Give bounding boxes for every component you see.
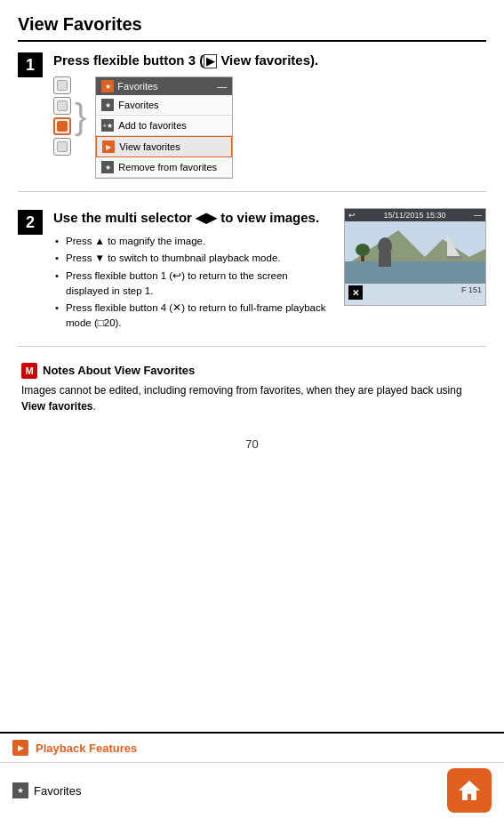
menu-item-label-add: Add to favorites — [118, 120, 186, 131]
menu-dots: — — [474, 211, 482, 220]
menu-item-label-view: View favorites — [119, 141, 180, 152]
step-2-inner: Use the multi selector ◀▶ to view images… — [53, 208, 486, 333]
footer-fav-icon: ★ — [12, 782, 28, 798]
menu-collapse-icon: — — [217, 81, 227, 92]
step-1-text-prefix: Press flexible button 3 ( — [53, 52, 204, 68]
notes-view-favorites-bold: View favorites — [21, 400, 92, 413]
img-scene — [345, 221, 485, 284]
notes-title: M Notes About View Favorites — [21, 363, 483, 379]
menu-header-label: Favorites — [117, 81, 157, 92]
menu-item-label-remove: Remove from favorites — [118, 162, 217, 172]
bullet-1: Press ▲ to magnify the image. — [53, 234, 333, 249]
page-container: View Favorites 1 Press flexible button 3… — [0, 0, 504, 818]
step-2-prefix: Use the multi selector — [53, 210, 196, 225]
home-button[interactable] — [447, 768, 492, 813]
menu-item-remove-favorites[interactable]: ★ Remove from favorites — [96, 157, 232, 178]
step-1-illustration: } ★ Favorites — ★ Favorites — [53, 76, 486, 179]
playback-image: ↩ 15/11/2015 15:30 — — [344, 208, 486, 306]
footer: ▶ Playback Features ★ Favorites — [0, 732, 504, 818]
page-title: View Favorites — [18, 14, 486, 42]
step-2-section: 2 Use the multi selector ◀▶ to view imag… — [18, 208, 486, 347]
step-2-suffix: to view images. — [217, 210, 319, 225]
img-topbar: ↩ 15/11/2015 15:30 — — [345, 209, 485, 221]
favorites-header-icon: ★ — [101, 80, 114, 92]
menu-panel: ★ Favorites — ★ Favorites +★ Add to favo… — [95, 76, 233, 179]
back-arrow-icon: ↩ — [348, 211, 356, 220]
view-favorites-highlight: View favorites — [220, 52, 310, 68]
notes-body-end: . — [92, 400, 95, 413]
notes-body: Images cannot be edited, including remov… — [21, 382, 483, 414]
notes-icon: M — [21, 363, 37, 379]
menu-item-favorites[interactable]: ★ Favorites — [96, 95, 232, 116]
menu-remove-icon: ★ — [101, 161, 114, 173]
cam-btn-4 — [53, 138, 71, 156]
notes-title-text: Notes About View Favorites — [43, 364, 195, 377]
camera-panel: } — [53, 76, 90, 156]
cam-btn-3-active — [53, 117, 71, 135]
frame-count: F 151 — [461, 285, 482, 294]
step-1-close-paren: ). — [310, 52, 318, 68]
footer-top[interactable]: ▶ Playback Features — [0, 734, 504, 763]
cam-btn-1 — [53, 76, 71, 94]
footer-playback-icon: ▶ — [12, 740, 28, 756]
svg-rect-6 — [379, 253, 391, 267]
menu-fav-icon: ★ — [101, 99, 114, 111]
timestamp: 15/11/2015 15:30 — [383, 211, 445, 220]
x-close-icon: ✕ — [348, 285, 363, 300]
footer-favorites[interactable]: ★ Favorites — [12, 782, 81, 798]
svg-point-8 — [356, 244, 370, 256]
flex-btn-icon: ▶ — [204, 54, 217, 68]
page-number: 70 — [18, 429, 486, 460]
notes-body-text: Images cannot be edited, including remov… — [21, 384, 462, 397]
menu-add-icon: +★ — [101, 119, 114, 132]
img-bottombar: ✕ F 151 — [345, 284, 485, 296]
cam-btn-2 — [53, 97, 71, 115]
notes-section: M Notes About View Favorites Images cann… — [18, 363, 486, 414]
step-2-number: 2 — [18, 210, 43, 235]
main-content: View Favorites 1 Press flexible button 3… — [0, 0, 504, 732]
step-1-section: 1 Press flexible button 3 (▶ View favori… — [18, 51, 486, 192]
direction-arrows: ◀▶ — [196, 210, 217, 225]
svg-rect-4 — [446, 256, 462, 259]
step-1-instruction: Press flexible button 3 (▶ View favorite… — [53, 51, 486, 69]
bullet-list: Press ▲ to magnify the image. Press ▼ to… — [53, 234, 333, 332]
bullet-2: Press ▼ to switch to thumbnail playback … — [53, 251, 333, 266]
bracket-icon: } — [75, 99, 86, 134]
footer-favorites-label: Favorites — [34, 784, 81, 798]
svg-marker-9 — [459, 781, 480, 800]
bullet-3: Press flexible button 1 (↩) to return to… — [53, 269, 333, 300]
menu-item-add-favorites[interactable]: +★ Add to favorites — [96, 116, 232, 136]
buttons-column — [53, 76, 71, 156]
svg-rect-2 — [345, 261, 485, 284]
step-1-number: 1 — [18, 52, 43, 77]
footer-bottom: ★ Favorites — [0, 763, 504, 818]
menu-header: ★ Favorites — — [96, 77, 232, 95]
menu-item-label-favorites: Favorites — [118, 100, 158, 110]
step-2-text-block: Use the multi selector ◀▶ to view images… — [53, 208, 333, 333]
step-2-instruction: Use the multi selector ◀▶ to view images… — [53, 208, 333, 227]
bullet-4: Press flexible button 4 (✕) to return to… — [53, 301, 333, 332]
step-2-content: Use the multi selector ◀▶ to view images… — [53, 208, 486, 333]
home-icon — [457, 778, 482, 803]
menu-view-icon: ▶ — [102, 140, 115, 153]
menu-item-view-favorites[interactable]: ▶ View favorites — [96, 136, 232, 157]
step-1-content: Press flexible button 3 (▶ View favorite… — [53, 51, 486, 179]
scene-svg — [345, 221, 485, 284]
footer-playback-label: Playback Features — [36, 742, 137, 755]
